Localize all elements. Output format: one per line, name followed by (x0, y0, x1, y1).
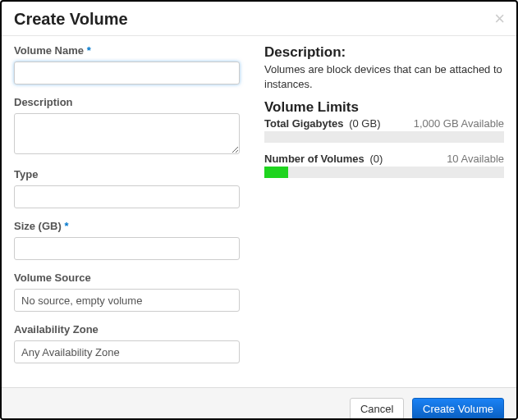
field-size: Size (GB) * (14, 220, 240, 260)
limit-gb-current: (0 GB) (349, 117, 380, 130)
field-type: Type (14, 168, 240, 208)
form-column: Volume Name * Description Type Size (GB)… (14, 44, 240, 375)
limit-vol-progress (264, 167, 504, 178)
description-input[interactable] (14, 113, 240, 154)
volume-name-label: Volume Name * (14, 44, 240, 57)
volume-name-input[interactable] (14, 62, 240, 84)
field-volume-source: Volume Source No source, empty volume (14, 272, 240, 312)
modal-header: Create Volume × (2, 2, 516, 36)
size-input[interactable] (14, 237, 240, 260)
limit-volumes-row: Number of Volumes (0) 10 Available (264, 153, 504, 165)
availability-zone-value: Any Availability Zone (21, 346, 120, 358)
limit-vol-progress-bar (264, 167, 288, 178)
limit-gb-available: 1,000 GB Available (414, 117, 504, 130)
modal-title: Create Volume (14, 10, 504, 29)
description-label: Description (14, 96, 240, 108)
create-volume-modal: Create Volume × Volume Name * Descriptio… (0, 0, 518, 420)
description-heading: Description: (264, 44, 504, 61)
create-volume-button[interactable]: Create Volume (412, 398, 504, 420)
volume-source-select[interactable]: No source, empty volume (14, 289, 240, 312)
limit-vol-current: (0) (369, 153, 383, 165)
volume-limits-heading: Volume Limits (264, 99, 504, 116)
limit-gb-progress (264, 131, 504, 143)
modal-footer: Cancel Create Volume (2, 387, 516, 420)
size-label: Size (GB) * (14, 220, 240, 232)
description-text: Volumes are block devices that can be at… (264, 62, 504, 91)
info-column: Description: Volumes are block devices t… (264, 44, 504, 375)
volume-source-label: Volume Source (14, 272, 240, 284)
field-availability-zone: Availability Zone Any Availability Zone (14, 323, 240, 363)
type-label: Type (14, 168, 240, 180)
availability-zone-select[interactable]: Any Availability Zone (14, 340, 240, 363)
field-description: Description (14, 96, 240, 157)
availability-zone-label: Availability Zone (14, 323, 240, 336)
field-volume-name: Volume Name * (14, 44, 240, 84)
limit-gigabytes-row: Total Gigabytes (0 GB) 1,000 GB Availabl… (264, 117, 504, 130)
type-input[interactable] (14, 185, 240, 208)
cancel-button[interactable]: Cancel (350, 398, 404, 420)
volume-source-value: No source, empty volume (21, 294, 142, 307)
modal-body: Volume Name * Description Type Size (GB)… (2, 36, 516, 387)
limit-vol-available: 10 Available (447, 153, 504, 165)
close-icon[interactable]: × (494, 10, 505, 28)
limit-gb-label: Total Gigabytes (264, 117, 344, 130)
limit-vol-label: Number of Volumes (264, 153, 364, 165)
